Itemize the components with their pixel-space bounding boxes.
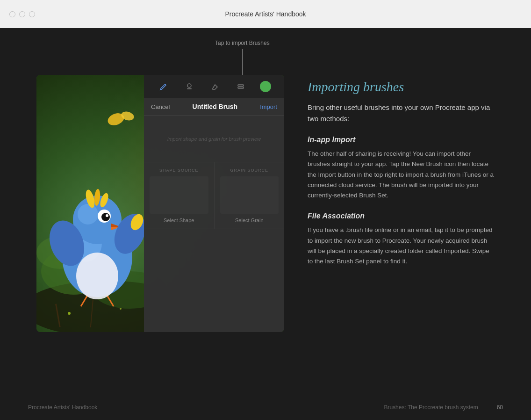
- source-section: SHAPE SOURCE Select Shape GRAIN SOURCE S…: [144, 162, 284, 229]
- import-button[interactable]: Import: [260, 103, 277, 110]
- maximize-button[interactable]: [29, 11, 35, 17]
- cancel-button[interactable]: Cancel: [151, 103, 170, 110]
- svg-point-9: [120, 308, 122, 310]
- file-association-section: File Association If you have a .brush fi…: [308, 212, 495, 267]
- grain-source-col: GRAIN SOURCE Select Grain: [215, 162, 285, 229]
- brush-preview-placeholder: import shape and grain for brush preview: [167, 136, 261, 142]
- text-content: Importing brushes Bring other useful bru…: [308, 75, 495, 332]
- section-title: Importing brushes: [308, 80, 495, 94]
- grain-preview-empty: [220, 176, 279, 214]
- select-shape-button[interactable]: Select Shape: [150, 217, 208, 223]
- eraser-icon[interactable]: [208, 80, 222, 93]
- pencil-icon[interactable]: [157, 80, 170, 93]
- brush-editor-header: Cancel Untitled Brush Import: [144, 98, 284, 116]
- brush-name-title: Untitled Brush: [193, 103, 237, 110]
- footer-left-text: Procreate Artists' Handbook: [28, 404, 97, 411]
- footer-page: 60: [497, 404, 503, 411]
- inapp-import-body: The other half of sharing is receiving! …: [308, 149, 495, 201]
- window-title: Procreate Artists' Handbook: [225, 10, 306, 18]
- ipad-panel: Cancel Untitled Brush Import import shap…: [36, 75, 284, 332]
- svg-rect-34: [238, 87, 244, 88]
- title-bar: Procreate Artists' Handbook: [0, 0, 531, 28]
- inapp-import-title: In-app Import: [308, 136, 495, 144]
- footer-chapter: Brushes: The Procreate brush system: [384, 404, 478, 411]
- brush-editor: Cancel Untitled Brush Import import shap…: [144, 98, 284, 332]
- svg-rect-32: [187, 88, 192, 89]
- svg-rect-33: [238, 85, 244, 86]
- footer-right: Brushes: The Procreate brush system 60: [384, 404, 503, 411]
- shape-preview-empty: [150, 176, 208, 214]
- layers-icon[interactable]: [234, 80, 247, 93]
- svg-point-19: [106, 214, 108, 217]
- file-association-body: If you have a .brush file online or in a…: [308, 225, 495, 267]
- svg-point-31: [187, 84, 191, 87]
- stamp-icon[interactable]: [183, 80, 196, 93]
- select-grain-button[interactable]: Select Grain: [220, 217, 279, 223]
- grain-source-label: GRAIN SOURCE: [220, 168, 279, 173]
- svg-point-18: [101, 213, 110, 221]
- close-button[interactable]: [9, 11, 15, 17]
- svg-point-27: [76, 253, 118, 299]
- shape-source-label: SHAPE SOURCE: [150, 168, 208, 173]
- inapp-import-section: In-app Import The other half of sharing …: [308, 136, 495, 201]
- shape-source-col: SHAPE SOURCE Select Shape: [144, 162, 215, 229]
- content-row: Cancel Untitled Brush Import import shap…: [36, 75, 495, 332]
- minimize-button[interactable]: [19, 11, 25, 17]
- tap-import-label: Tap to import Brushes: [215, 40, 270, 46]
- svg-point-16: [78, 204, 98, 224]
- intro-paragraph: Bring other useful brushes into your own…: [308, 102, 495, 124]
- traffic-lights: [9, 11, 35, 17]
- svg-point-8: [68, 312, 71, 315]
- green-dot-button[interactable]: [260, 81, 271, 92]
- ipad-background: Cancel Untitled Brush Import import shap…: [36, 75, 284, 332]
- brush-toolbar: [144, 75, 284, 98]
- footer: Procreate Artists' Handbook Brushes: The…: [0, 404, 531, 411]
- brush-preview-area: import shape and grain for brush preview: [144, 116, 284, 162]
- file-association-title: File Association: [308, 212, 495, 220]
- brush-panel-overlay: Cancel Untitled Brush Import import shap…: [144, 75, 284, 332]
- main-content: Tap to import Brushes: [0, 28, 531, 420]
